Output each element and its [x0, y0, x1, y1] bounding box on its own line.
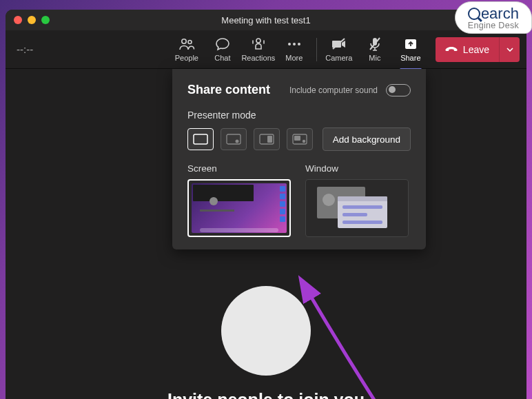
svg-point-5	[298, 43, 300, 45]
chat-button[interactable]: Chat	[205, 37, 241, 62]
people-button[interactable]: People	[169, 37, 205, 62]
meeting-toolbar: --:-- People Chat Reactions	[6, 30, 526, 69]
minimize-window-button[interactable]	[28, 16, 36, 24]
watermark-line1: earch	[468, 6, 519, 21]
window-title: Meeting with test test1	[14, 15, 518, 25]
presenter-mode-reporter[interactable]	[287, 128, 313, 150]
svg-point-4	[293, 43, 296, 45]
leave-button[interactable]: Leave	[436, 37, 499, 62]
camera-button[interactable]: Camera	[321, 37, 357, 62]
meeting-stage: Invite people to join you Share content …	[6, 69, 526, 399]
mic-label: Mic	[369, 54, 380, 62]
search-icon	[468, 8, 480, 20]
svg-rect-10	[194, 134, 207, 144]
more-icon	[287, 37, 302, 52]
more-label: More	[285, 54, 303, 62]
share-icon	[404, 37, 418, 52]
hangup-icon	[445, 45, 458, 54]
leave-dropdown-button[interactable]	[499, 37, 520, 62]
add-background-button[interactable]: Add background	[323, 127, 411, 151]
svg-point-2	[256, 39, 260, 43]
svg-point-3	[288, 43, 291, 45]
include-sound-label: Include computer sound	[289, 85, 378, 95]
meeting-timer: --:--	[12, 43, 150, 55]
reactions-icon	[251, 37, 266, 52]
window-controls	[14, 16, 50, 24]
share-label: Share	[400, 54, 420, 62]
svg-point-12	[236, 140, 239, 143]
presenter-mode-label: Presenter mode	[187, 110, 411, 121]
share-button[interactable]: Share	[393, 37, 429, 62]
chat-icon	[215, 37, 230, 52]
invite-heading: Invite people to join you	[6, 390, 526, 399]
include-sound-toggle[interactable]	[386, 84, 411, 96]
camera-off-icon	[331, 37, 347, 52]
svg-point-0	[182, 39, 186, 43]
reactions-button[interactable]: Reactions	[241, 37, 276, 62]
more-button[interactable]: More	[276, 37, 312, 62]
maximize-window-button[interactable]	[41, 16, 50, 24]
svg-point-1	[188, 41, 192, 44]
toolbar-divider	[316, 38, 317, 61]
svg-rect-11	[227, 134, 241, 144]
leave-label: Leave	[463, 44, 489, 55]
svg-rect-16	[294, 136, 300, 141]
participant-avatar	[221, 286, 311, 376]
svg-point-17	[303, 140, 305, 143]
camera-label: Camera	[325, 54, 352, 62]
app-window: Meeting with test test1 --:-- People Cha…	[6, 10, 526, 399]
people-icon	[178, 37, 195, 52]
close-window-button[interactable]	[14, 16, 22, 24]
screen-section-label: Screen	[187, 163, 293, 174]
chat-label: Chat	[214, 54, 230, 62]
share-content-panel: Share content Include computer sound Pre…	[172, 69, 426, 249]
people-label: People	[175, 54, 198, 62]
presenter-mode-standout[interactable]	[221, 128, 247, 150]
chevron-down-icon	[507, 48, 513, 52]
mic-button[interactable]: Mic	[357, 37, 393, 62]
watermark-badge: earch Engine Desk	[455, 1, 532, 34]
watermark-line2: Engine Desk	[468, 21, 519, 30]
window-section-label: Window	[305, 163, 411, 174]
svg-rect-14	[267, 136, 272, 143]
presenter-mode-side-by-side[interactable]	[254, 128, 280, 150]
reactions-label: Reactions	[241, 54, 275, 62]
window-share-option[interactable]	[305, 179, 409, 237]
title-bar: Meeting with test test1	[6, 10, 526, 30]
presenter-mode-content-only[interactable]	[187, 128, 214, 150]
screen-share-option[interactable]	[187, 179, 291, 237]
share-panel-title: Share content	[187, 83, 289, 97]
mic-off-icon	[368, 37, 382, 52]
